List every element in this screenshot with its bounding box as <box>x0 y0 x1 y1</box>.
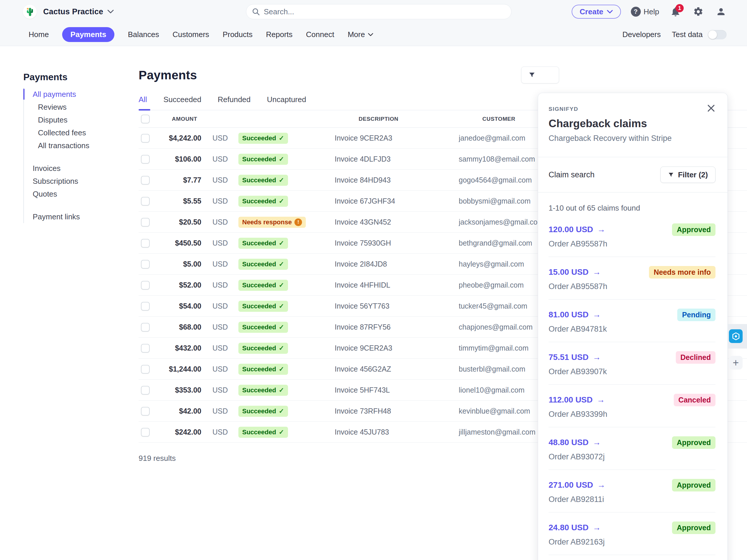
payment-currency: USD <box>212 134 231 142</box>
sidebar-item-invoices[interactable]: Invoices <box>24 162 134 175</box>
add-app-button[interactable]: + <box>729 356 743 370</box>
claim-amount-link[interactable]: 112.00 USD → <box>548 395 605 404</box>
row-checkbox[interactable] <box>141 239 150 248</box>
sidebar-item-quotes[interactable]: Quotes <box>24 188 134 201</box>
org-name[interactable]: Cactus Practice <box>43 7 103 16</box>
sidebar-item-payment-links[interactable]: Payment links <box>24 210 134 223</box>
row-checkbox[interactable] <box>141 323 150 331</box>
sidebar-item-disputes[interactable]: Disputes <box>24 113 134 126</box>
arrow-right-icon: → <box>593 523 601 532</box>
row-checkbox[interactable] <box>141 386 150 395</box>
payment-currency: USD <box>212 197 231 205</box>
org-logo[interactable] <box>23 5 37 19</box>
row-checkbox[interactable] <box>141 260 150 269</box>
nav-item-payments[interactable]: Payments <box>62 27 114 42</box>
payment-amount: $1,244.00 <box>158 365 201 373</box>
payment-amount: $242.00 <box>158 428 201 436</box>
help-button[interactable]: ? Help <box>631 7 659 17</box>
test-data-toggle[interactable] <box>708 30 727 39</box>
top-bar: Cactus Practice Search... Create ? Help <box>0 0 747 23</box>
row-checkbox[interactable] <box>141 365 150 374</box>
panel-brand: SIGNIFYD <box>548 106 716 112</box>
tab-all[interactable]: All <box>138 95 147 104</box>
account-button[interactable] <box>715 5 727 18</box>
nav-item-developers[interactable]: Developers <box>622 30 661 39</box>
row-checkbox[interactable] <box>141 155 150 164</box>
claim-amount-link[interactable]: 120.00 USD → <box>548 225 606 234</box>
payment-amount: $68.00 <box>158 323 201 331</box>
claim-item[interactable]: 271.00 USD →ApprovedOrder AB92811i <box>548 470 716 512</box>
check-icon: ✓ <box>279 302 284 310</box>
nav-item-products[interactable]: Products <box>223 30 253 39</box>
gear-icon <box>693 6 703 17</box>
nav-item-more[interactable]: More <box>347 30 373 39</box>
claim-amount-link[interactable]: 48.80 USD → <box>548 438 601 447</box>
payment-currency: USD <box>212 218 231 226</box>
row-checkbox[interactable] <box>141 197 150 206</box>
claim-item[interactable]: 100.00 USD →ApprovedOrder AB90078h <box>548 555 716 560</box>
row-checkbox[interactable] <box>141 134 150 143</box>
sidebar-item-all-payments[interactable]: All payments <box>24 88 134 101</box>
row-checkbox[interactable] <box>141 281 150 290</box>
row-checkbox[interactable] <box>141 218 150 226</box>
nav-item-connect[interactable]: Connect <box>306 30 334 39</box>
tab-uncaptured[interactable]: Uncaptured <box>267 95 306 104</box>
claim-amount-link[interactable]: 81.00 USD → <box>548 310 601 319</box>
arrow-right-icon: → <box>593 353 601 362</box>
claim-item[interactable]: 15.00 USD →Needs more infoOrder AB95587h <box>548 257 716 299</box>
payment-currency: USD <box>212 155 231 163</box>
tab-succeeded[interactable]: Succeeded <box>163 95 201 104</box>
claim-amount-link[interactable]: 15.00 USD → <box>548 267 601 277</box>
claim-item[interactable]: 112.00 USD →CanceledOrder AB93399h <box>548 385 716 427</box>
check-icon: ✓ <box>279 344 284 352</box>
claim-status-badge: Pending <box>677 309 716 321</box>
claim-order: Order AB92811i <box>548 495 716 504</box>
claim-item[interactable]: 24.80 USD →ApprovedOrder AB92163j <box>548 512 716 555</box>
payment-description: Invoice 4HFHIDL <box>335 281 459 289</box>
org-chevron-down-icon[interactable] <box>107 10 114 14</box>
primary-nav: HomePaymentsBalancesCustomersProductsRep… <box>0 23 747 46</box>
check-icon: ✓ <box>279 197 284 205</box>
select-all-checkbox[interactable] <box>141 115 150 123</box>
status-badge: Succeeded ✓ <box>238 364 288 375</box>
payment-description: Invoice 5HF743L <box>335 386 459 394</box>
claim-item[interactable]: 81.00 USD →PendingOrder AB94781k <box>548 299 716 342</box>
nav-item-reports[interactable]: Reports <box>266 30 292 39</box>
nav-item-balances[interactable]: Balances <box>128 30 159 39</box>
claim-order: Order AB93072j <box>548 452 716 461</box>
create-button[interactable]: Create <box>572 5 621 19</box>
status-badge: Succeeded ✓ <box>238 343 288 354</box>
page-title: Payments <box>138 68 747 82</box>
search-input[interactable]: Search... <box>246 4 512 19</box>
signifyd-app-button[interactable] <box>729 329 743 343</box>
row-checkbox[interactable] <box>141 302 150 311</box>
claims-filter-button[interactable]: Filter (2) <box>660 166 716 183</box>
status-badge: Succeeded ✓ <box>238 196 288 207</box>
claim-item[interactable]: 120.00 USD →ApprovedOrder AB95587h <box>548 214 716 257</box>
sidebar-item-subscriptions[interactable]: Subscriptions <box>24 175 134 188</box>
row-checkbox[interactable] <box>141 407 150 416</box>
sidebar-item-collected-fees[interactable]: Collected fees <box>24 126 134 139</box>
nav-item-customers[interactable]: Customers <box>173 30 209 39</box>
sidebar-item-reviews[interactable]: Reviews <box>24 101 134 113</box>
stripe-dashboard: Cactus Practice Search... Create ? Help <box>0 0 747 560</box>
nav-item-home[interactable]: Home <box>29 30 49 39</box>
claim-item[interactable]: 48.80 USD →ApprovedOrder AB93072j <box>548 427 716 470</box>
payment-currency: USD <box>212 239 231 247</box>
claim-amount-link[interactable]: 75.51 USD → <box>548 353 601 362</box>
row-checkbox[interactable] <box>141 428 150 437</box>
notifications-button[interactable]: 1 <box>669 5 682 18</box>
row-checkbox[interactable] <box>141 344 150 353</box>
close-button[interactable] <box>706 103 716 113</box>
claim-item[interactable]: 75.51 USD →DeclinedOrder AB93907k <box>548 342 716 385</box>
claims-list: 120.00 USD →ApprovedOrder AB95587h15.00 … <box>538 214 727 560</box>
claim-amount-link[interactable]: 271.00 USD → <box>548 480 606 490</box>
row-checkbox[interactable] <box>141 176 150 185</box>
payment-currency: USD <box>212 302 231 310</box>
payments-filter-button[interactable] <box>521 66 559 83</box>
claim-amount-link[interactable]: 24.80 USD → <box>548 523 601 532</box>
sidebar-item-all-transactions[interactable]: All transactions <box>24 139 134 152</box>
payment-currency: USD <box>212 407 231 415</box>
tab-refunded[interactable]: Refunded <box>218 95 251 104</box>
settings-button[interactable] <box>692 5 705 18</box>
